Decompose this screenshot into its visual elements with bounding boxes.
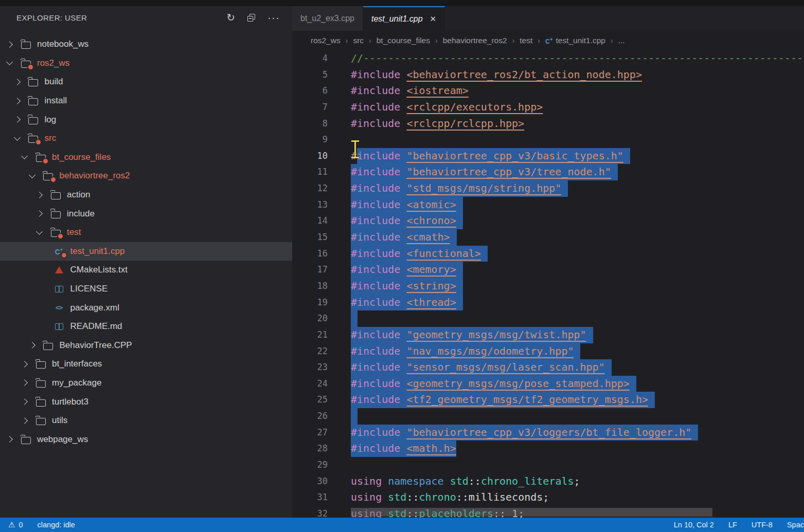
tree-folder-behaviortree-ros2[interactable]: behaviortree_ros2 bbox=[0, 167, 292, 186]
breadcrumb-item[interactable]: behaviortree_ros2 bbox=[443, 36, 507, 45]
tree-folder-build[interactable]: build bbox=[0, 72, 292, 91]
line-number[interactable]: 24 bbox=[292, 376, 351, 392]
breadcrumb-item[interactable]: C+test_unit1.cpp bbox=[545, 36, 605, 45]
code-line-27[interactable]: 27#include "behaviortree_cpp_v3/loggers/… bbox=[292, 425, 804, 441]
code-line-13[interactable]: 13#include <atomic> bbox=[292, 197, 804, 213]
tree-folder-include[interactable]: include bbox=[0, 204, 292, 223]
code-line-21[interactable]: 21#include "geometry_msgs/msg/twist.hpp" bbox=[292, 327, 804, 343]
code-line-17[interactable]: 17#include <memory> bbox=[292, 262, 804, 278]
line-number[interactable]: 18 bbox=[292, 278, 351, 295]
tree-file-cmakelists-txt[interactable]: CMakeLists.txt bbox=[0, 261, 292, 280]
line-number[interactable]: 8 bbox=[292, 116, 351, 132]
line-number[interactable]: 21 bbox=[292, 327, 351, 343]
code-line-14[interactable]: 14#include <chrono> bbox=[292, 213, 804, 229]
line-number[interactable]: 14 bbox=[292, 213, 351, 229]
line-number[interactable]: 7 bbox=[292, 99, 351, 116]
tree-folder-behaviortree-cpp[interactable]: BehaviorTree.CPP bbox=[0, 336, 292, 355]
code-line-24[interactable]: 24#include <geometry_msgs/msg/pose_stamp… bbox=[292, 376, 804, 392]
code-line-9[interactable]: 9 bbox=[292, 132, 804, 148]
code-line-28[interactable]: 28#include <math.h> bbox=[292, 441, 804, 457]
breadcrumb-item[interactable]: src bbox=[353, 36, 364, 45]
line-number[interactable]: 23 bbox=[292, 359, 351, 376]
tab-test-unit1-cpp[interactable]: test_unit1.cpp✕ bbox=[363, 6, 445, 31]
tree-folder-log[interactable]: log bbox=[0, 110, 292, 129]
line-number[interactable]: 12 bbox=[292, 180, 351, 197]
line-number[interactable]: 6 bbox=[292, 83, 351, 99]
code-line-30[interactable]: 30using namespace std::chrono_literals; bbox=[292, 473, 804, 490]
line-number[interactable]: 28 bbox=[292, 441, 351, 457]
tree-folder-action[interactable]: action bbox=[0, 186, 292, 205]
code-line-22[interactable]: 22#include "nav_msgs/msg/odometry.hpp" bbox=[292, 343, 804, 360]
tree-folder-install[interactable]: install bbox=[0, 91, 292, 111]
code-line-10[interactable]: 10#include "behaviortree_cpp_v3/basic_ty… bbox=[292, 148, 804, 164]
breadcrumb-item[interactable]: ros2_ws bbox=[311, 36, 341, 45]
code-line-12[interactable]: 12#include "std_msgs/msg/string.hpp" bbox=[292, 180, 804, 197]
tree-folder-ros2-ws[interactable]: ros2_ws bbox=[0, 54, 292, 73]
line-number[interactable]: 13 bbox=[292, 197, 351, 213]
tree-folder-test[interactable]: test bbox=[0, 223, 292, 242]
code-line-11[interactable]: 11#include "behaviortree_cpp_v3/tree_nod… bbox=[292, 164, 804, 180]
tree-folder-src[interactable]: src bbox=[0, 129, 292, 148]
code-editor[interactable]: 4//-------------------------------------… bbox=[292, 50, 804, 518]
tree-folder-bt-course-files[interactable]: bt_course_files bbox=[0, 148, 292, 167]
tree-file-test-unit1-cpp[interactable]: C+test_unit1.cpp bbox=[0, 242, 292, 261]
line-number[interactable]: 15 bbox=[292, 229, 351, 246]
tree-folder-notebook-ws[interactable]: notebook_ws bbox=[0, 35, 292, 54]
status-encoding[interactable]: UTF-8 bbox=[752, 521, 773, 529]
line-number[interactable]: 17 bbox=[292, 262, 351, 278]
line-number[interactable]: 31 bbox=[292, 489, 351, 506]
refresh-icon[interactable]: ↻ bbox=[226, 12, 235, 23]
line-number[interactable]: 11 bbox=[292, 164, 351, 180]
tab-close-icon[interactable]: ✕ bbox=[430, 14, 437, 24]
clangd-status[interactable]: clangd: idle bbox=[38, 521, 75, 529]
tree-folder-bt-interfaces[interactable]: bt_interfaces bbox=[0, 355, 292, 374]
status-cursor-position[interactable]: Ln 10, Col 2 bbox=[674, 521, 714, 529]
code-line-5[interactable]: 5#include <behaviortree_ros2/bt_action_n… bbox=[292, 67, 804, 83]
line-number[interactable]: 19 bbox=[292, 295, 351, 311]
line-number[interactable]: 5 bbox=[292, 67, 351, 83]
line-number[interactable]: 10 bbox=[292, 148, 351, 164]
line-number[interactable]: 4 bbox=[292, 50, 351, 67]
code-line-20[interactable]: 20 bbox=[292, 310, 804, 327]
breadcrumb-item[interactable]: ... bbox=[618, 36, 625, 45]
breadcrumb-item[interactable]: bt_course_files bbox=[377, 36, 430, 45]
status-indentation[interactable]: Spac bbox=[787, 521, 804, 529]
breadcrumb-item[interactable]: test bbox=[520, 36, 532, 45]
line-number[interactable]: 30 bbox=[292, 473, 351, 490]
line-number[interactable]: 16 bbox=[292, 246, 351, 262]
code-line-18[interactable]: 18#include <string> bbox=[292, 278, 804, 295]
tree-folder-utils[interactable]: utils bbox=[0, 411, 292, 430]
ellipsis-icon[interactable]: ··· bbox=[267, 15, 280, 20]
code-line-31[interactable]: 31using std::chrono::milliseconds; bbox=[292, 489, 804, 506]
code-line-25[interactable]: 25#include <tf2_geometry_msgs/tf2_geomet… bbox=[292, 392, 804, 408]
code-line-16[interactable]: 16#include <functional> bbox=[292, 246, 804, 262]
line-number[interactable]: 20 bbox=[292, 310, 351, 327]
problems-indicator[interactable]: ⚠ 0 bbox=[8, 520, 23, 529]
code-line-19[interactable]: 19#include <thread> bbox=[292, 295, 804, 311]
code-line-4[interactable]: 4//-------------------------------------… bbox=[292, 50, 804, 67]
code-line-23[interactable]: 23#include "sensor_msgs/msg/laser_scan.h… bbox=[292, 359, 804, 376]
collapse-folders-icon[interactable] bbox=[247, 14, 255, 22]
line-number[interactable]: 32 bbox=[292, 506, 351, 518]
tree-folder-turtlebot3[interactable]: turtlebot3 bbox=[0, 392, 292, 411]
status-eol-sequence[interactable]: LF bbox=[728, 521, 737, 529]
line-number[interactable]: 29 bbox=[292, 457, 351, 473]
line-number[interactable]: 25 bbox=[292, 392, 351, 408]
line-number[interactable]: 26 bbox=[292, 408, 351, 425]
line-number[interactable]: 27 bbox=[292, 425, 351, 441]
code-line-8[interactable]: 8#include <rclcpp/rclcpp.hpp> bbox=[292, 116, 804, 132]
code-line-29[interactable]: 29 bbox=[292, 457, 804, 473]
tree-folder-webpage-ws[interactable]: webpage_ws bbox=[0, 430, 292, 449]
horizontal-scrollbar[interactable] bbox=[351, 508, 712, 517]
code-line-26[interactable]: 26 bbox=[292, 408, 804, 425]
code-line-7[interactable]: 7#include <rclcpp/executors.hpp> bbox=[292, 99, 804, 116]
tab-bt-u2-ex3-cpp[interactable]: bt_u2_ex3.cpp bbox=[292, 6, 363, 31]
tree-file-readme-md[interactable]: README.md bbox=[0, 317, 292, 336]
line-number[interactable]: 9 bbox=[292, 132, 351, 148]
tree-file-license[interactable]: LICENSE bbox=[0, 280, 292, 299]
line-number[interactable]: 22 bbox=[292, 343, 351, 360]
code-line-15[interactable]: 15#include <cmath> bbox=[292, 229, 804, 246]
code-line-6[interactable]: 6#include <iostream> bbox=[292, 83, 804, 99]
tree-folder-my-package[interactable]: my_package bbox=[0, 374, 292, 393]
tree-file-package-xml[interactable]: <>package.xml bbox=[0, 298, 292, 317]
